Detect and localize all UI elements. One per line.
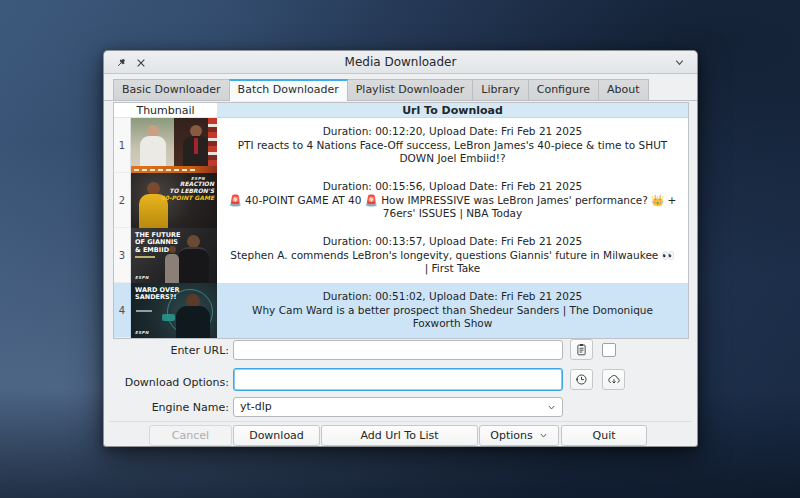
tab-configure[interactable]: Configure — [528, 79, 599, 100]
video-duration: Duration: 00:51:02, Upload Date: Fri Feb… — [227, 290, 678, 304]
desktop-wallpaper: Media Downloader Basic Downloader Batch … — [0, 0, 800, 498]
table-row-selected[interactable]: Duration: 00:51:02, Upload Date: Fri Feb… — [217, 283, 688, 338]
cancel-button[interactable]: Cancel — [149, 425, 232, 446]
video-thumbnail-lebron-reaction: REACTION TO LEBRON'S 40-POINT GAME ESPN — [131, 173, 217, 228]
download-options-input[interactable] — [233, 368, 563, 391]
engine-name-label: Engine Name: — [104, 401, 229, 414]
engine-name-select[interactable]: yt-dlp — [233, 397, 563, 417]
enter-url-label: Enter URL: — [104, 344, 229, 357]
footer-separator — [109, 421, 692, 422]
column-header-thumbnail[interactable]: Thumbnail — [114, 103, 217, 118]
paste-clipboard-button[interactable] — [570, 339, 593, 360]
tab-library[interactable]: Library — [472, 79, 528, 100]
table-row-thumbnail-cell[interactable] — [131, 118, 217, 173]
thumb-caption-line: REACTION — [161, 180, 214, 187]
espn-logo: ESPN — [191, 176, 205, 181]
tab-about[interactable]: About — [598, 79, 649, 100]
thumb-caption-line: 40-POINT GAME — [161, 194, 214, 201]
video-title: 🚨 40-POINT GAME AT 40 🚨 How IMPRESSIVE w… — [227, 194, 678, 221]
thumb-caption-line: & EMBIID — [135, 247, 180, 254]
window-title: Media Downloader — [104, 51, 697, 74]
video-thumbnail-pti — [131, 118, 217, 173]
tab-bar: Basic Downloader Batch Downloader Playli… — [104, 79, 697, 101]
quit-button[interactable]: Quit — [561, 425, 647, 446]
tab-playlist-downloader[interactable]: Playlist Downloader — [347, 79, 474, 100]
history-icon-button[interactable] — [570, 369, 593, 390]
video-thumbnail-ward-sanders: WARD OVER SANDERS?! ESPN — [131, 283, 217, 338]
options-button-label: Options — [490, 429, 532, 442]
add-url-to-list-button[interactable]: Add Url To List — [321, 425, 478, 446]
thumb-caption-line: SANDERS?! — [135, 294, 179, 301]
row-number: 1 — [114, 118, 131, 173]
engine-name-value: yt-dlp — [240, 400, 272, 413]
espn-logo: ESPN — [135, 275, 149, 280]
video-title: PTI reacts to 4 Nations Face-Off success… — [227, 139, 678, 166]
cloud-download-icon-button[interactable] — [602, 369, 625, 390]
video-duration: Duration: 00:15:56, Upload Date: Fri Feb… — [227, 180, 678, 194]
table-row[interactable]: Duration: 00:13:57, Upload Date: Fri Feb… — [217, 228, 688, 283]
enter-url-input[interactable] — [233, 340, 563, 360]
table-row[interactable]: Duration: 00:12:20, Upload Date: Fri Feb… — [217, 118, 688, 173]
table-row[interactable]: Duration: 00:15:56, Upload Date: Fri Feb… — [217, 173, 688, 228]
row-number: 3 — [114, 228, 131, 283]
video-thumbnail-giannis-embiid: THE FUTURE OF GIANNIS & EMBIID ESPN — [131, 228, 217, 283]
video-duration: Duration: 00:12:20, Upload Date: Fri Feb… — [227, 125, 678, 139]
row-number: 4 — [114, 283, 131, 338]
table-row-thumbnail-cell[interactable]: WARD OVER SANDERS?! ESPN — [131, 283, 217, 338]
thumb-caption-line: TO LEBRON'S — [161, 187, 214, 194]
download-options-label: Download Options: — [104, 376, 229, 389]
monitor-clipboard-checkbox[interactable] — [602, 343, 616, 357]
table-row-thumbnail-cell[interactable]: REACTION TO LEBRON'S 40-POINT GAME ESPN — [131, 173, 217, 228]
row-number: 2 — [114, 173, 131, 228]
column-header-url[interactable]: Url To Download — [217, 103, 688, 118]
chevron-down-icon — [539, 431, 548, 440]
download-button[interactable]: Download — [233, 425, 320, 446]
titlebar[interactable]: Media Downloader — [104, 51, 697, 74]
tab-batch-downloader[interactable]: Batch Downloader — [229, 79, 348, 101]
tab-basic-downloader[interactable]: Basic Downloader — [113, 79, 230, 100]
download-list-table: Thumbnail Url To Download 1 Duration: 00… — [113, 102, 689, 339]
video-title: Why Cam Ward is a better prospect than S… — [227, 304, 678, 331]
video-title: Stephen A. commends LeBron's longevity, … — [227, 249, 678, 276]
chevron-down-icon — [547, 403, 556, 412]
options-button[interactable]: Options — [479, 425, 559, 446]
table-row-thumbnail-cell[interactable]: THE FUTURE OF GIANNIS & EMBIID ESPN — [131, 228, 217, 283]
video-duration: Duration: 00:13:57, Upload Date: Fri Feb… — [227, 235, 678, 249]
chevron-down-icon[interactable] — [672, 55, 687, 70]
media-downloader-window: Media Downloader Basic Downloader Batch … — [103, 50, 698, 447]
espn-logo: ESPN — [135, 330, 149, 335]
